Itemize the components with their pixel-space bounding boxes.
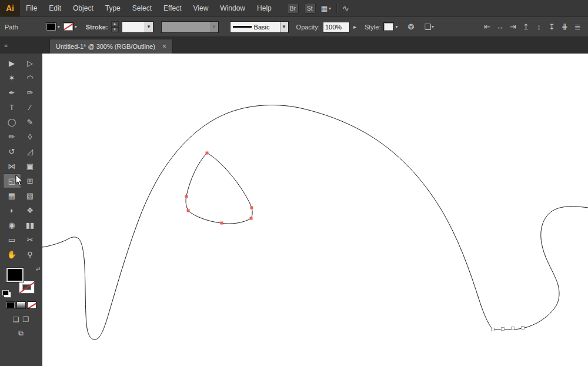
- menu-effect[interactable]: Effect: [158, 4, 187, 12]
- select-similar-button[interactable]: ❏ ▾: [424, 22, 434, 31]
- stepper-up-icon[interactable]: ▲: [111, 21, 119, 26]
- tool-icon: ◉: [8, 221, 15, 229]
- tab-close-icon[interactable]: ×: [162, 42, 166, 51]
- screen-mode-row: ⧉: [0, 329, 42, 337]
- tool-grid: ▶ ▷ ✶ ◠ ✒ ✑ T ∕ ◯ ✎: [0, 56, 42, 262]
- cs-live-icon[interactable]: ∿: [342, 4, 349, 13]
- fill-stroke-control: ⇄: [6, 268, 36, 294]
- stroke-weight-stepper[interactable]: ▲ ▼: [111, 21, 119, 32]
- tool-icon: ✶: [9, 74, 15, 82]
- menu-window[interactable]: Window: [214, 4, 251, 12]
- tool-icon: ✏: [9, 132, 15, 141]
- distribute-vertical-button[interactable]: ≣: [572, 22, 583, 31]
- stepper-down-icon[interactable]: ▼: [111, 27, 119, 32]
- arrange-documents-dropdown[interactable]: ▦ ▾: [321, 4, 331, 12]
- tool-icon: ◯: [8, 118, 16, 127]
- eraser-tool[interactable]: ◊: [21, 129, 39, 144]
- color-button[interactable]: [6, 301, 15, 309]
- width-profile-dropdown: ▼: [161, 21, 219, 33]
- opacity-options-button[interactable]: ▸: [353, 24, 357, 30]
- tool-icon: ◊: [28, 132, 32, 141]
- align-vertical-center-button[interactable]: ↕: [533, 22, 544, 31]
- blob-brush-tool[interactable]: ✑: [21, 85, 39, 100]
- ellipse-tool[interactable]: ◯: [3, 115, 21, 129]
- app-logo[interactable]: Ai: [0, 0, 20, 16]
- rotate-tool[interactable]: ↺: [3, 144, 21, 159]
- lasso-tool[interactable]: ◠: [21, 71, 39, 85]
- magic-wand-tool[interactable]: ✶: [3, 71, 21, 85]
- brush-definition-dropdown[interactable]: Basic ▼: [230, 21, 289, 33]
- stock-button[interactable]: St: [304, 3, 316, 14]
- toolbar-collapse-button[interactable]: «: [0, 37, 42, 54]
- width-tool[interactable]: ⋈: [3, 159, 21, 174]
- style-label: Style:: [365, 24, 381, 31]
- draw-normal-button[interactable]: ❏: [13, 315, 19, 324]
- slice-tool[interactable]: ✂: [21, 232, 39, 247]
- gradient-button[interactable]: [16, 301, 26, 309]
- paintbrush-tool[interactable]: ✎: [21, 115, 39, 129]
- eyedropper-tool[interactable]: ◗: [3, 203, 21, 218]
- menu-type[interactable]: Type: [99, 4, 126, 12]
- tool-icon: ⊞: [27, 177, 34, 185]
- align-horizontal-right-button[interactable]: ⇥: [507, 22, 519, 31]
- artwork-paths: [42, 54, 588, 366]
- none-button[interactable]: [27, 301, 36, 309]
- menu-help[interactable]: Help: [251, 4, 278, 12]
- tool-icon: ◿: [27, 147, 33, 156]
- type-tool[interactable]: T: [3, 100, 21, 115]
- menu-select[interactable]: Select: [126, 4, 158, 12]
- document-tab-title: Untitled-1* @ 300% (RGB/Outline): [56, 43, 155, 50]
- selection-type-label: Path: [5, 24, 18, 31]
- gradient-tool[interactable]: ▧: [21, 188, 39, 203]
- mesh-tool[interactable]: ▦: [3, 188, 21, 203]
- menu-edit[interactable]: Edit: [43, 4, 67, 12]
- distribute-horizontal-button[interactable]: ⋕: [559, 22, 570, 31]
- scale-tool[interactable]: ◿: [21, 144, 39, 159]
- fill-color-dropdown[interactable]: ▾: [46, 22, 60, 31]
- draw-inside-button[interactable]: ❐: [23, 315, 29, 324]
- default-fill-stroke-icon[interactable]: [2, 290, 9, 295]
- stroke-color-dropdown[interactable]: ▾: [63, 22, 77, 31]
- chevron-down-icon: ▾: [75, 24, 77, 29]
- align-horizontal-left-button[interactable]: ⇤: [482, 22, 493, 31]
- artboard-tool[interactable]: ▭: [3, 232, 21, 247]
- screen-mode-button[interactable]: ⧉: [18, 329, 24, 337]
- selected-anchor-point: [206, 152, 209, 155]
- menu-view[interactable]: View: [188, 4, 215, 12]
- align-vertical-top-button[interactable]: ↥: [520, 22, 532, 31]
- direct-selection-tool[interactable]: ▷: [21, 56, 39, 71]
- pen-tool[interactable]: ✒: [3, 85, 21, 100]
- hand-tool[interactable]: ✋: [3, 247, 21, 262]
- zoom-tool[interactable]: ⚲: [21, 247, 39, 262]
- canvas[interactable]: [42, 54, 588, 366]
- fill-indicator[interactable]: [6, 268, 24, 282]
- style-dropdown[interactable]: ▾: [383, 22, 397, 31]
- symbol-sprayer-tool[interactable]: ◉: [3, 218, 21, 232]
- main-area: ▶ ▷ ✶ ◠ ✒ ✑ T ∕ ◯ ✎: [0, 54, 588, 366]
- bridge-button[interactable]: Br: [287, 3, 299, 14]
- tool-icon: ❖: [26, 206, 34, 215]
- recolor-artwork-button[interactable]: ❂: [408, 22, 415, 31]
- column-graph-tool[interactable]: ▮▮: [21, 218, 39, 232]
- align-vertical-bottom-button[interactable]: ↧: [546, 22, 557, 31]
- tool-icon: ✎: [27, 118, 34, 127]
- document-tab[interactable]: Untitled-1* @ 300% (RGB/Outline) ×: [49, 39, 173, 54]
- perspective-grid-tool[interactable]: ⊞: [21, 174, 39, 188]
- align-horizontal-center-button[interactable]: ↔: [495, 22, 506, 31]
- opacity-field[interactable]: 100%: [323, 22, 350, 32]
- selected-anchor-point: [185, 195, 188, 198]
- blend-tool[interactable]: ❖: [21, 203, 39, 218]
- pencil-tool[interactable]: ✏: [3, 129, 21, 144]
- menu-file[interactable]: File: [20, 4, 43, 12]
- free-transform-tool[interactable]: ▣: [21, 159, 39, 174]
- stroke-indicator[interactable]: [19, 281, 35, 294]
- menubar-right: Br St ▦ ▾ ∿: [287, 3, 349, 14]
- line-segment-tool[interactable]: ∕: [21, 100, 39, 115]
- shape-builder-tool[interactable]: ◱: [3, 174, 21, 188]
- menu-object[interactable]: Object: [67, 4, 99, 12]
- selection-tool[interactable]: ▶: [3, 56, 21, 71]
- tool-icon: ↺: [9, 147, 15, 156]
- swap-fill-stroke-icon[interactable]: ⇄: [36, 266, 41, 272]
- stroke-weight-combo[interactable]: ▼: [122, 21, 153, 33]
- arrange-documents-icon: ▦: [321, 4, 328, 12]
